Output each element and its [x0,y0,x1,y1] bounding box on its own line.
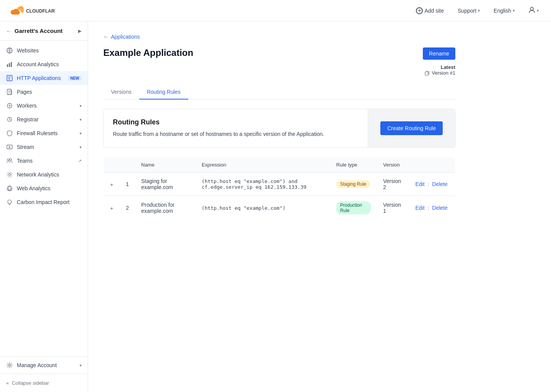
layout: ← Garrett's Account ▶ Websites Account A… [0,21,551,392]
language-button[interactable]: English ▾ [491,6,518,15]
main-content: ← Applications Example Application Renam… [88,21,551,392]
add-site-label: Add site [424,8,444,14]
user-icon [528,7,535,15]
sidebar-item-label: Workers [17,103,76,109]
sidebar-item-carbon-impact[interactable]: Carbon Impact Report [0,195,88,209]
svg-point-11 [8,159,10,161]
add-site-button[interactable]: + Add site [413,6,447,16]
routing-card: Routing Rules Route traffic from a hostn… [103,109,455,148]
chevron-down-icon: ▾ [80,145,82,149]
sidebar-item-firewall-rulesets[interactable]: Firewall Rulesets ▾ [0,126,88,140]
tabs: Versions Routing Rules [103,85,455,100]
version-number: Version #1 [432,70,455,76]
version-value: Version #1 [424,70,455,76]
sidebar-item-registrar[interactable]: Registrar ▾ [0,113,88,126]
page-header-right: Rename Latest Version #1 [423,47,455,76]
network-icon [6,171,13,178]
sidebar-item-label: Teams [17,158,74,164]
svg-point-1 [530,7,533,10]
web-icon [6,185,13,192]
delete-button[interactable]: Delete [432,205,447,211]
collapse-sidebar-btn[interactable]: « Collapse sidebar [0,374,88,392]
latest-label: Latest [424,64,455,70]
chevron-down-icon: ▾ [478,8,480,13]
col-rule-type: Rule type [330,157,377,173]
rename-button[interactable]: Rename [423,47,455,60]
rule-type-badge: Production Rule [336,201,371,214]
drag-handle-cell: ⬥ [104,173,120,196]
breadcrumb: ← Applications [103,34,455,40]
tab-versions[interactable]: Versions [103,85,139,100]
plus-icon: + [416,7,423,14]
expression-cell: (http.host eq "example.com") [196,196,330,220]
row-actions: Edit | Delete [416,205,449,211]
sidebar-item-pages[interactable]: Pages [0,85,88,99]
sidebar-item-workers[interactable]: Workers ▾ [0,99,88,113]
external-link-icon: ↗ [78,158,82,163]
chevron-down-icon: ▾ [537,8,539,13]
routing-card-action: Create Routing Rule [368,109,455,147]
user-menu-button[interactable]: ▾ [525,5,542,16]
back-arrow: ← [103,34,109,40]
copy-icon [424,70,430,76]
tab-routing-rules[interactable]: Routing Rules [139,85,188,100]
svg-rect-5 [11,62,12,67]
sidebar-item-manage-account[interactable]: Manage Account ▾ [0,358,88,372]
app-icon [6,75,13,82]
drag-handle-icon[interactable]: ⬥ [110,181,114,187]
delete-button[interactable]: Delete [432,181,447,187]
topnav-actions: + Add site Support ▾ English ▾ ▾ [413,5,542,16]
svg-point-14 [7,172,12,177]
sidebar-item-http-applications[interactable]: HTTP Applications New [0,71,88,85]
sidebar-item-label: Firewall Rulesets [17,130,76,136]
col-version: Version [377,157,409,173]
sidebar: ← Garrett's Account ▶ Websites Account A… [0,21,88,392]
sidebar-item-label: Network Analytics [17,172,82,178]
create-routing-rule-button[interactable]: Create Routing Rule [380,121,443,135]
sidebar-item-label: Pages [17,89,82,95]
svg-point-13 [8,173,11,176]
table-row: ⬥ 2 Production for example.com (http.hos… [104,196,455,220]
logo[interactable]: CLOUDFLARE [9,3,55,18]
edit-button[interactable]: Edit [416,205,425,211]
col-expression: Expression [196,157,330,173]
teams-icon [6,157,13,164]
sidebar-item-teams[interactable]: Teams ↗ [0,154,88,168]
support-button[interactable]: Support ▾ [455,6,483,15]
workers-icon [6,102,13,109]
sidebar-item-account-analytics[interactable]: Account Analytics [0,57,88,71]
collapse-label: Collapse sidebar [12,380,49,386]
table-body: ⬥ 1 Staging for example.com (http.host e… [104,173,455,220]
chevron-down-icon: ▾ [80,104,82,108]
breadcrumb-link[interactable]: Applications [111,34,140,40]
row-actions: Edit | Delete [416,181,449,187]
table-row: ⬥ 1 Staging for example.com (http.host e… [104,173,455,196]
sidebar-item-web-analytics[interactable]: Web Analytics [0,181,88,195]
drag-handle-cell: ⬥ [104,196,120,220]
globe-icon [6,47,13,54]
chart-icon [6,61,13,68]
sidebar-item-label: Carbon Impact Report [17,199,82,205]
edit-button[interactable]: Edit [416,181,425,187]
rule-name-cell: Production for example.com [135,196,196,220]
chevron-down-icon: ▾ [80,363,82,368]
account-switcher[interactable]: ← Garrett's Account ▶ [0,21,88,41]
sidebar-item-network-analytics[interactable]: Network Analytics [0,168,88,181]
row-number-cell: 2 [120,196,135,220]
actions-cell: Edit | Delete [409,196,455,220]
sidebar-item-stream[interactable]: Stream ▾ [0,140,88,154]
col-actions [409,157,455,173]
page-title: Example Application [103,47,193,58]
drag-handle-icon[interactable]: ⬥ [110,204,114,211]
language-label: English [494,8,511,14]
col-name: Name [135,157,196,173]
routing-card-desc: Route traffic from a hostname or set of … [113,130,359,138]
sidebar-item-label: Web Analytics [17,185,82,191]
collapse-icon: « [6,380,9,386]
rule-type-cell: Staging Rule [330,173,377,196]
svg-rect-17 [425,72,428,75]
sidebar-item-websites[interactable]: Websites [0,44,88,57]
actions-cell: Edit | Delete [409,173,455,196]
col-drag [104,157,120,173]
sidebar-item-label: Registrar [17,116,76,122]
